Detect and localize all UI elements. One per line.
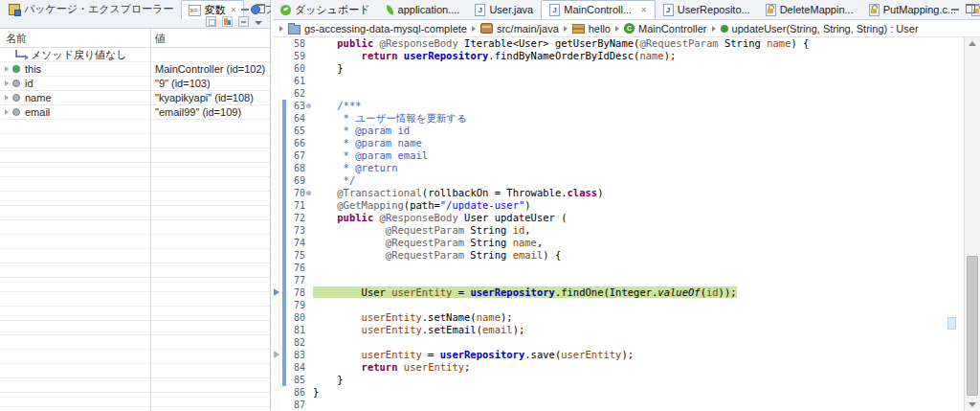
- code-line[interactable]: }: [313, 62, 964, 75]
- line-number-ruler[interactable]: 5859606162636465666768697071727374757677…: [287, 37, 305, 411]
- line-number[interactable]: 86: [287, 386, 305, 399]
- line-number[interactable]: 84: [287, 361, 305, 374]
- chevron-right-icon[interactable]: [5, 95, 9, 101]
- editor-scrollbar[interactable]: [964, 37, 980, 411]
- fold-marker-icon[interactable]: [306, 191, 311, 195]
- line-number[interactable]: 58: [287, 37, 305, 50]
- breadcrumb-item[interactable]: MainController: [623, 23, 708, 34]
- toolbar-button-show-logical-structures[interactable]: [222, 12, 233, 30]
- variables-table-row[interactable]: thisMainController (id=102): [0, 62, 270, 77]
- code-line[interactable]: @RequestParam String name,: [313, 237, 964, 249]
- code-line[interactable]: userEntity.setName(name);: [313, 311, 964, 324]
- editor-tab[interactable]: UserReposito...: [656, 0, 758, 19]
- code-line[interactable]: public @ResponseBody User updateUser (: [313, 212, 964, 224]
- line-number[interactable]: 62: [287, 87, 305, 100]
- minimize-icon[interactable]: [241, 3, 250, 11]
- line-number[interactable]: 66: [287, 137, 305, 149]
- maximize-icon[interactable]: [966, 4, 975, 13]
- code-line[interactable]: */: [313, 174, 964, 187]
- line-number[interactable]: 64: [287, 112, 305, 125]
- code-line[interactable]: userEntity.setEmail(email);: [313, 324, 964, 336]
- line-number[interactable]: 63: [287, 100, 305, 112]
- toolbar-button-view-menu[interactable]: [255, 12, 262, 30]
- code-line[interactable]: [313, 336, 964, 349]
- scroll-down-arrow-icon[interactable]: [965, 399, 980, 411]
- view-tab-package-explorer[interactable]: パッケージ・エクスプローラー: [2, 0, 181, 18]
- code-line[interactable]: return userEntity;: [313, 361, 964, 374]
- code-line[interactable]: /***: [313, 100, 964, 112]
- code-line[interactable]: [313, 299, 964, 311]
- editor-tab[interactable]: PutMapping.c...: [861, 0, 964, 19]
- toolbar-button-show-type-names[interactable]: [206, 12, 216, 30]
- line-number[interactable]: 61: [287, 75, 305, 87]
- minimize-icon[interactable]: [951, 3, 960, 11]
- chevron-right-icon[interactable]: [5, 109, 9, 115]
- line-number[interactable]: 87: [287, 399, 305, 411]
- code-line[interactable]: * @return: [313, 162, 964, 174]
- breadcrumb-item[interactable]: src/main/java: [479, 23, 560, 34]
- line-number[interactable]: 70: [287, 187, 305, 199]
- line-number[interactable]: 59: [287, 50, 305, 62]
- line-number[interactable]: 78: [287, 286, 305, 299]
- variables-table-row[interactable]: id"9" (id=103): [0, 77, 270, 91]
- line-number[interactable]: 71: [287, 199, 305, 212]
- code-line[interactable]: [313, 399, 964, 411]
- code-line[interactable]: }: [313, 374, 964, 386]
- code-line[interactable]: [313, 262, 964, 274]
- line-number[interactable]: 77: [287, 274, 305, 286]
- code-line[interactable]: * ユーザー情報を更新する: [313, 112, 964, 125]
- line-number[interactable]: 75: [287, 249, 305, 262]
- code-line[interactable]: * @param email: [313, 149, 964, 162]
- variables-table-row[interactable]: name"kyapikyapi" (id=108): [0, 91, 270, 105]
- line-number[interactable]: 82: [287, 336, 305, 349]
- scrollbar-thumb[interactable]: [967, 256, 978, 396]
- chevron-right-icon[interactable]: [5, 66, 9, 72]
- code-line[interactable]: * @param name: [313, 137, 964, 149]
- line-number[interactable]: 85: [287, 374, 305, 386]
- code-line[interactable]: @RequestParam String id,: [313, 224, 964, 237]
- line-number[interactable]: 69: [287, 174, 305, 187]
- variables-table-row[interactable]: email"email99" (id=109): [0, 105, 270, 120]
- code-line[interactable]: [313, 75, 964, 87]
- code-line[interactable]: @RequestParam String email) {: [313, 249, 964, 262]
- editor-tab[interactable]: DeleteMappin...: [758, 0, 861, 19]
- scroll-up-arrow-icon[interactable]: [965, 37, 980, 50]
- code-text-area[interactable]: public @ResponseBody Iterable<User> getU…: [313, 37, 964, 411]
- code-line[interactable]: }: [313, 386, 964, 399]
- breadcrumb-item[interactable]: updateUser(String, String, String) : Use…: [720, 23, 920, 34]
- code-line[interactable]: User userEntity = userRepository.findOne…: [313, 286, 964, 299]
- code-line[interactable]: [313, 274, 964, 286]
- code-line[interactable]: return userRepository.findByNameOrderByI…: [313, 50, 964, 62]
- line-number[interactable]: 65: [287, 125, 305, 137]
- code-line[interactable]: userEntity = userRepository.save(userEnt…: [313, 349, 964, 361]
- code-line[interactable]: @Transactional(rollbackOn = Throwable.cl…: [313, 187, 964, 199]
- editor-tab[interactable]: User.java: [467, 0, 541, 19]
- code-line[interactable]: * @param id: [313, 125, 964, 137]
- line-number[interactable]: 67: [287, 149, 305, 162]
- code-line[interactable]: @GetMapping(path="/update-user"): [313, 199, 964, 212]
- close-icon[interactable]: ✕: [640, 6, 647, 14]
- line-number[interactable]: 80: [287, 311, 305, 324]
- breadcrumb-item[interactable]: hello: [571, 23, 612, 34]
- line-number[interactable]: 72: [287, 212, 305, 224]
- toolbar-button-collapse-all[interactable]: [238, 12, 249, 30]
- line-number[interactable]: 74: [287, 237, 305, 249]
- editor-tab[interactable]: application....: [378, 0, 468, 19]
- variables-table-row[interactable]: メソッド戻り値なし: [0, 48, 270, 62]
- code-line[interactable]: [313, 87, 964, 100]
- column-divider[interactable]: [150, 29, 151, 411]
- editor-tab[interactable]: MainControll...✕: [541, 0, 656, 19]
- folding-column[interactable]: [305, 37, 313, 411]
- line-number[interactable]: 83: [287, 349, 305, 361]
- line-number[interactable]: 60: [287, 62, 305, 75]
- editor-tab[interactable]: ダッシュボード: [273, 0, 378, 19]
- line-number[interactable]: 79: [287, 299, 305, 311]
- line-number[interactable]: 73: [287, 224, 305, 237]
- line-number[interactable]: 81: [287, 324, 305, 336]
- chevron-right-icon[interactable]: [5, 80, 9, 86]
- breadcrumb-item[interactable]: gs-accessing-data-mysql-complete: [287, 23, 468, 34]
- line-number[interactable]: 76: [287, 262, 305, 274]
- fold-marker-icon[interactable]: [306, 103, 311, 108]
- annotation-ruler[interactable]: [273, 37, 281, 411]
- line-number[interactable]: 68: [287, 162, 305, 174]
